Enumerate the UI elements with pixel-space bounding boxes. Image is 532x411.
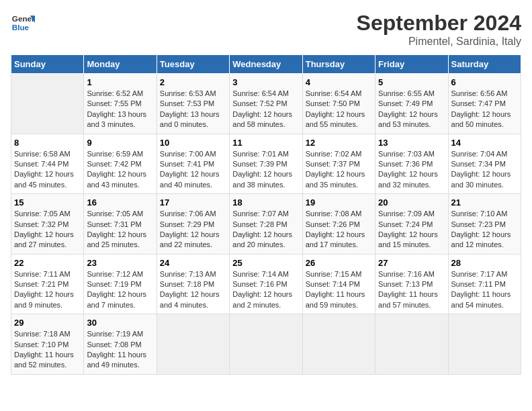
month-title: September 2024: [357, 11, 521, 36]
day-info: Sunrise: 7:18 AM Sunset: 7:10 PM Dayligh…: [14, 329, 81, 371]
day-info: Sunrise: 7:05 AM Sunset: 7:31 PM Dayligh…: [87, 209, 153, 250]
week-row-4: 22 Sunrise: 7:11 AM Sunset: 7:21 PM Dayl…: [11, 254, 521, 314]
day-number: 12: [306, 138, 372, 148]
logo: General Blue: [11, 11, 35, 35]
day-info: Sunrise: 7:05 AM Sunset: 7:32 PM Dayligh…: [14, 209, 81, 250]
day-info: Sunrise: 7:04 AM Sunset: 7:34 PM Dayligh…: [451, 149, 518, 191]
cal-cell: 2 Sunrise: 6:53 AM Sunset: 7:53 PM Dayli…: [157, 74, 229, 134]
week-row-5: 29 Sunrise: 7:18 AM Sunset: 7:10 PM Dayl…: [11, 314, 521, 375]
cal-cell: 14 Sunrise: 7:04 AM Sunset: 7:34 PM Dayl…: [448, 134, 521, 194]
day-number: 9: [87, 138, 153, 148]
day-number: 22: [14, 258, 81, 268]
cal-cell: 20 Sunrise: 7:09 AM Sunset: 7:24 PM Dayl…: [375, 194, 448, 255]
day-number: 19: [306, 197, 372, 208]
day-number: 8: [14, 138, 81, 148]
calendar-table: SundayMondayTuesdayWednesdayThursdayFrid…: [11, 54, 521, 375]
cal-cell: 19 Sunrise: 7:08 AM Sunset: 7:26 PM Dayl…: [302, 194, 375, 255]
cal-cell: [11, 74, 84, 134]
day-number: 24: [160, 258, 226, 268]
cal-cell: 6 Sunrise: 6:56 AM Sunset: 7:47 PM Dayli…: [448, 74, 521, 134]
day-number: 26: [306, 258, 372, 268]
cal-cell: 24 Sunrise: 7:13 AM Sunset: 7:18 PM Dayl…: [157, 254, 229, 314]
day-number: 27: [378, 258, 445, 268]
cal-cell: [230, 314, 302, 375]
cal-cell: 29 Sunrise: 7:18 AM Sunset: 7:10 PM Dayl…: [11, 314, 84, 375]
day-number: 2: [160, 77, 226, 87]
header-row: SundayMondayTuesdayWednesdayThursdayFrid…: [11, 55, 521, 74]
cal-cell: [448, 314, 521, 375]
day-info: Sunrise: 6:56 AM Sunset: 7:47 PM Dayligh…: [451, 89, 518, 130]
col-header-thursday: Thursday: [302, 55, 375, 74]
day-info: Sunrise: 7:17 AM Sunset: 7:11 PM Dayligh…: [451, 269, 518, 311]
day-number: 20: [378, 197, 445, 208]
col-header-tuesday: Tuesday: [157, 55, 229, 74]
day-info: Sunrise: 7:16 AM Sunset: 7:13 PM Dayligh…: [378, 269, 445, 311]
svg-text:General: General: [12, 14, 35, 23]
col-header-friday: Friday: [375, 55, 448, 74]
cal-cell: 12 Sunrise: 7:02 AM Sunset: 7:37 PM Dayl…: [302, 134, 375, 194]
day-number: 14: [451, 138, 518, 148]
cal-cell: 22 Sunrise: 7:11 AM Sunset: 7:21 PM Dayl…: [11, 254, 84, 314]
day-info: Sunrise: 7:13 AM Sunset: 7:18 PM Dayligh…: [160, 269, 226, 311]
day-number: 17: [160, 197, 226, 208]
day-number: 18: [232, 197, 299, 208]
day-number: 30: [87, 318, 153, 328]
day-info: Sunrise: 7:11 AM Sunset: 7:21 PM Dayligh…: [14, 269, 81, 311]
cal-cell: 28 Sunrise: 7:17 AM Sunset: 7:11 PM Dayl…: [448, 254, 521, 314]
cal-cell: 30 Sunrise: 7:19 AM Sunset: 7:08 PM Dayl…: [84, 314, 157, 375]
cal-cell: 8 Sunrise: 6:58 AM Sunset: 7:44 PM Dayli…: [11, 134, 84, 194]
day-number: 15: [14, 197, 81, 208]
day-number: 5: [378, 77, 445, 87]
day-info: Sunrise: 6:54 AM Sunset: 7:50 PM Dayligh…: [306, 89, 372, 130]
col-header-sunday: Sunday: [11, 55, 84, 74]
cal-cell: 4 Sunrise: 6:54 AM Sunset: 7:50 PM Dayli…: [302, 74, 375, 134]
day-info: Sunrise: 7:19 AM Sunset: 7:08 PM Dayligh…: [87, 329, 153, 371]
cal-cell: 17 Sunrise: 7:06 AM Sunset: 7:29 PM Dayl…: [157, 194, 229, 255]
cal-cell: [157, 314, 229, 375]
cal-cell: 25 Sunrise: 7:14 AM Sunset: 7:16 PM Dayl…: [230, 254, 302, 314]
logo-icon: General Blue: [11, 11, 35, 35]
day-info: Sunrise: 7:00 AM Sunset: 7:41 PM Dayligh…: [160, 149, 226, 191]
cal-cell: 26 Sunrise: 7:15 AM Sunset: 7:14 PM Dayl…: [302, 254, 375, 314]
day-number: 3: [232, 77, 299, 87]
cal-cell: 18 Sunrise: 7:07 AM Sunset: 7:28 PM Dayl…: [230, 194, 302, 255]
cal-cell: 27 Sunrise: 7:16 AM Sunset: 7:13 PM Dayl…: [375, 254, 448, 314]
cal-cell: 3 Sunrise: 6:54 AM Sunset: 7:52 PM Dayli…: [230, 74, 302, 134]
day-info: Sunrise: 7:15 AM Sunset: 7:14 PM Dayligh…: [306, 269, 372, 311]
location-subtitle: Pimentel, Sardinia, Italy: [357, 36, 521, 48]
day-info: Sunrise: 7:06 AM Sunset: 7:29 PM Dayligh…: [160, 209, 226, 250]
cal-cell: [375, 314, 448, 375]
day-number: 11: [232, 138, 299, 148]
day-number: 16: [87, 197, 153, 208]
day-number: 4: [306, 77, 372, 87]
cal-cell: 5 Sunrise: 6:55 AM Sunset: 7:49 PM Dayli…: [375, 74, 448, 134]
col-header-wednesday: Wednesday: [230, 55, 302, 74]
day-info: Sunrise: 7:08 AM Sunset: 7:26 PM Dayligh…: [306, 209, 372, 250]
day-info: Sunrise: 6:58 AM Sunset: 7:44 PM Dayligh…: [14, 149, 81, 191]
day-number: 28: [451, 258, 518, 268]
day-number: 25: [232, 258, 299, 268]
day-number: 21: [451, 197, 518, 208]
week-row-1: 1 Sunrise: 6:52 AM Sunset: 7:55 PM Dayli…: [11, 74, 521, 134]
day-info: Sunrise: 7:09 AM Sunset: 7:24 PM Dayligh…: [378, 209, 445, 250]
col-header-monday: Monday: [84, 55, 157, 74]
cal-cell: [302, 314, 375, 375]
day-number: 6: [451, 77, 518, 87]
col-header-saturday: Saturday: [448, 55, 521, 74]
day-number: 29: [14, 318, 81, 328]
day-info: Sunrise: 6:59 AM Sunset: 7:42 PM Dayligh…: [87, 149, 153, 191]
cal-cell: 15 Sunrise: 7:05 AM Sunset: 7:32 PM Dayl…: [11, 194, 84, 255]
page-header: General Blue September 2024 Pimentel, Sa…: [11, 11, 521, 48]
cal-cell: 21 Sunrise: 7:10 AM Sunset: 7:23 PM Dayl…: [448, 194, 521, 255]
day-info: Sunrise: 7:14 AM Sunset: 7:16 PM Dayligh…: [232, 269, 299, 311]
cal-cell: 9 Sunrise: 6:59 AM Sunset: 7:42 PM Dayli…: [84, 134, 157, 194]
day-number: 23: [87, 258, 153, 268]
svg-text:Blue: Blue: [12, 23, 30, 32]
day-info: Sunrise: 7:02 AM Sunset: 7:37 PM Dayligh…: [306, 149, 372, 191]
day-info: Sunrise: 6:54 AM Sunset: 7:52 PM Dayligh…: [232, 89, 299, 130]
day-number: 13: [378, 138, 445, 148]
cal-cell: 23 Sunrise: 7:12 AM Sunset: 7:19 PM Dayl…: [84, 254, 157, 314]
week-row-3: 15 Sunrise: 7:05 AM Sunset: 7:32 PM Dayl…: [11, 194, 521, 255]
day-info: Sunrise: 6:52 AM Sunset: 7:55 PM Dayligh…: [87, 89, 153, 130]
day-info: Sunrise: 6:53 AM Sunset: 7:53 PM Dayligh…: [160, 89, 226, 130]
